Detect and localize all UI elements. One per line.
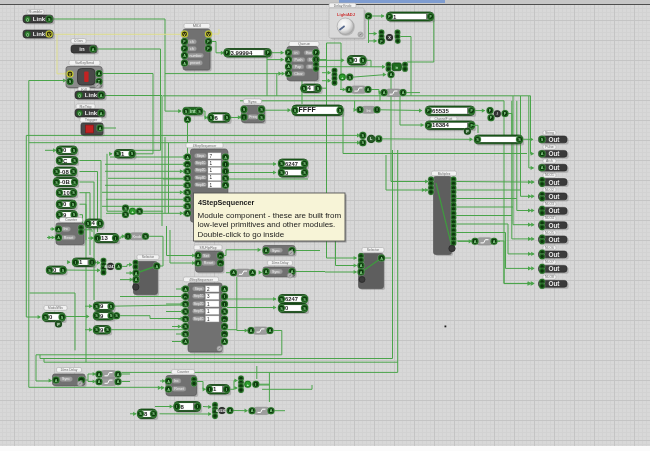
svg-text:A: A <box>390 73 393 77</box>
svg-text:Steps: Steps <box>195 287 203 291</box>
svg-text:10: 10 <box>63 190 70 196</box>
svg-text:Step1C: Step1C <box>195 161 206 165</box>
svg-text:1: 1 <box>210 161 213 166</box>
svg-text:S: S <box>223 310 226 314</box>
svg-text:Out: Out <box>548 222 560 229</box>
svg-text:Reset: Reset <box>204 261 213 265</box>
svg-text:0 len: 0 len <box>74 38 83 43</box>
svg-text:S: S <box>58 191 61 195</box>
svg-text:A: A <box>474 240 477 244</box>
svg-text:4StepSequencer: 4StepSequencer <box>193 144 218 148</box>
svg-text:Link: Link <box>85 110 98 116</box>
svg-text:Reset: Reset <box>64 236 73 240</box>
svg-text:S: S <box>48 18 51 22</box>
svg-text:A: A <box>367 88 370 92</box>
svg-text:16384: 16384 <box>432 122 449 128</box>
svg-text:Queue: Queue <box>298 41 311 46</box>
svg-text:A: A <box>184 288 187 292</box>
svg-text:I: I <box>226 388 227 392</box>
svg-text:A: A <box>380 257 383 261</box>
svg-text:Sync: Sync <box>62 377 70 381</box>
svg-text:S: S <box>55 170 58 174</box>
svg-text:1: 1 <box>207 302 210 307</box>
svg-text:Step1C: Step1C <box>193 294 204 298</box>
svg-text:Selector: Selector <box>367 248 380 252</box>
svg-text:MIDI: MIDI <box>193 23 201 28</box>
svg-text:A: A <box>197 262 200 266</box>
svg-text:Sync: Sync <box>272 270 280 274</box>
svg-text:S: S <box>224 177 227 181</box>
svg-text:A: A <box>117 265 120 269</box>
svg-text:Reset: Reset <box>174 387 183 391</box>
svg-text:S: S <box>186 170 189 174</box>
svg-text:I: I <box>209 388 210 392</box>
svg-text:A: A <box>229 409 232 413</box>
svg-text:S: S <box>184 325 187 329</box>
svg-text:S: S <box>476 138 479 142</box>
svg-text:Out: Out <box>548 136 560 143</box>
svg-text:Out: Out <box>548 193 560 200</box>
svg-text:S: S <box>184 318 187 322</box>
svg-text:Step3C: Step3C <box>195 176 206 180</box>
svg-text:S: S <box>69 80 72 84</box>
svg-text:ReTrig: ReTrig <box>80 104 92 109</box>
svg-text:S: S <box>144 235 147 239</box>
svg-text:Out: Out <box>548 164 560 171</box>
svg-text:int: int <box>190 109 196 114</box>
svg-text:A: A <box>541 166 544 170</box>
svg-text:0: 0 <box>285 305 288 311</box>
svg-text:A: A <box>98 373 101 377</box>
svg-text:13: 13 <box>101 235 108 241</box>
svg-text:A: A <box>183 54 186 58</box>
svg-text:in: in <box>295 51 298 55</box>
svg-text:Knob: Knob <box>133 235 142 239</box>
svg-text:»: » <box>395 64 398 70</box>
svg-text:A: A <box>98 380 101 384</box>
svg-text:VarKeySend: VarKeySend <box>75 61 94 65</box>
svg-text:S: S <box>184 303 187 307</box>
svg-text:1: 1 <box>210 183 213 188</box>
svg-text:S: S <box>184 333 187 337</box>
svg-text:N: N <box>309 58 312 62</box>
svg-text:S: S <box>260 108 263 112</box>
svg-text:4StepSequencer: 4StepSequencer <box>189 278 214 282</box>
svg-text:A: A <box>186 118 189 122</box>
svg-text:1: 1 <box>210 168 213 173</box>
svg-text:Inc: Inc <box>64 227 69 231</box>
svg-text:Out: Out <box>548 150 560 157</box>
svg-text:A: A <box>360 271 363 275</box>
svg-text:A: A <box>167 388 170 392</box>
svg-text:S: S <box>280 298 283 302</box>
svg-text:4StepSequencer: 4StepSequencer <box>198 198 255 207</box>
svg-text:V: V <box>207 33 210 37</box>
svg-text:A: A <box>57 228 60 232</box>
svg-text:NLO3: NLO3 <box>545 202 554 206</box>
svg-text:S: S <box>186 205 189 209</box>
svg-text:I: I <box>197 405 198 409</box>
svg-text:6247: 6247 <box>285 161 298 167</box>
svg-text:A: A <box>57 236 60 240</box>
svg-text:S: S <box>138 210 141 214</box>
svg-text:2: 2 <box>207 287 210 292</box>
svg-text:S: S <box>58 149 61 153</box>
svg-text:Out: Out <box>548 179 560 186</box>
svg-text:Trigger: Trigger <box>85 117 98 122</box>
svg-text:A: A <box>383 91 386 95</box>
svg-text:I: I <box>127 235 128 239</box>
svg-text:S: S <box>44 316 47 320</box>
svg-text:A: A <box>402 91 405 95</box>
svg-text:Out: Out <box>548 265 560 272</box>
svg-text:Pulse: Pulse <box>545 145 554 149</box>
svg-text:Pop: Pop <box>295 65 301 69</box>
svg-text:A: A <box>269 329 272 333</box>
svg-text:Step4C: Step4C <box>195 183 206 187</box>
svg-text:A: A <box>183 62 186 66</box>
svg-text:A: A <box>186 156 189 160</box>
svg-text:Counter: Counter <box>177 370 190 374</box>
svg-text:Rumble: Rumble <box>29 9 44 14</box>
svg-text:S: S <box>124 207 127 211</box>
svg-text:S: S <box>95 314 98 318</box>
svg-text:A: A <box>251 409 254 413</box>
svg-text:I: I <box>225 163 226 167</box>
svg-text:S: S <box>280 162 283 166</box>
